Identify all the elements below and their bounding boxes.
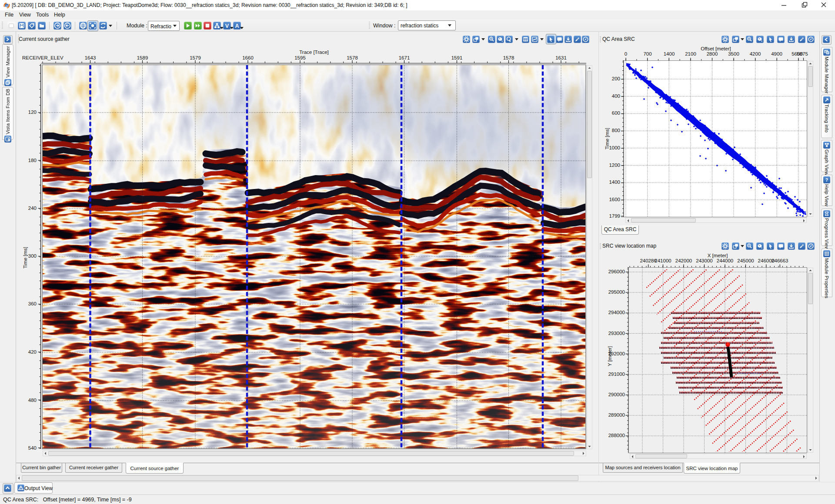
- svg-text:?: ?: [825, 178, 828, 182]
- svg-text:g: g: [6, 3, 8, 8]
- svg-text:A: A: [235, 23, 239, 29]
- svg-text:V: V: [225, 23, 229, 29]
